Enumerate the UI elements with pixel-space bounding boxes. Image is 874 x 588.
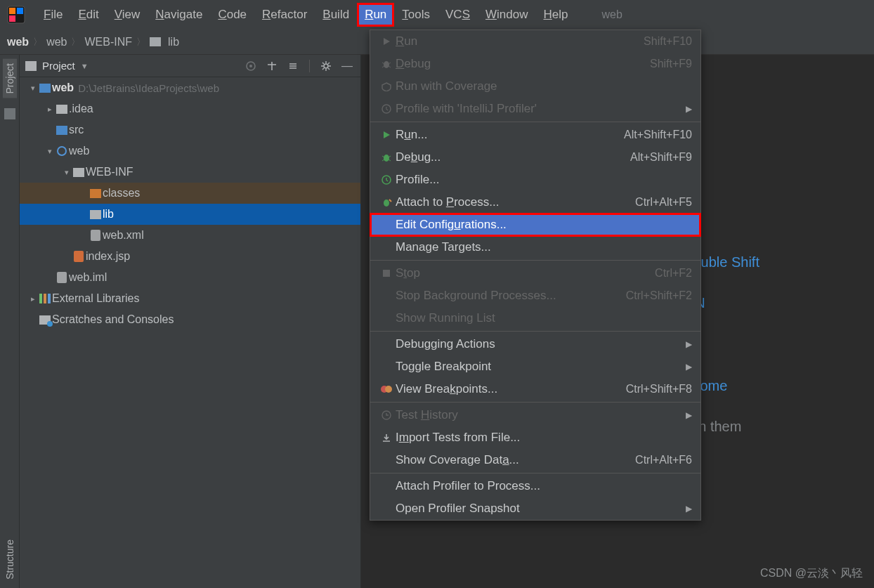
tree-twisty-icon[interactable]: ▾ — [45, 147, 55, 156]
menu-vcs[interactable]: VCS — [438, 4, 477, 26]
tree-node-icon — [55, 105, 69, 114]
app-logo-icon — [7, 6, 25, 24]
menu-item-show-running-list: Show Running List — [370, 307, 700, 329]
menu-bar: FileEditViewNavigateCodeRefactorBuildRun… — [0, 0, 874, 30]
menu-item-icon — [377, 433, 396, 443]
menu-code[interactable]: Code — [211, 4, 254, 26]
menu-run[interactable]: Run — [358, 4, 393, 26]
tree-node-icon — [89, 189, 103, 198]
tree-node[interactable]: lib — [20, 204, 360, 225]
menu-item-shortcut: Ctrl+Shift+F2 — [626, 289, 692, 302]
menu-file[interactable]: File — [37, 4, 70, 26]
tree-node-label: web — [69, 145, 89, 157]
menu-item-attach-profiler-to-process[interactable]: Attach Profiler to Process... — [370, 475, 700, 497]
menu-item-label: Run — [396, 34, 644, 48]
crumb-root[interactable]: web — [7, 36, 29, 48]
dropdown-icon[interactable]: ▼ — [81, 62, 89, 70]
menu-item-icon — [377, 269, 396, 277]
menu-refactor[interactable]: Refactor — [255, 4, 314, 26]
tree-node[interactable]: ▾WEB-INF — [20, 162, 360, 183]
submenu-arrow-icon: ▶ — [686, 504, 692, 514]
menu-item-label: Manage Targets... — [396, 240, 692, 254]
menu-help[interactable]: Help — [536, 4, 575, 26]
menu-item-label: Debugging Actions — [396, 337, 686, 351]
menu-item-label: Toggle Breakpoint — [396, 360, 686, 374]
menu-item-label: Profile with 'IntelliJ Profiler' — [396, 102, 686, 116]
tree-twisty-icon[interactable]: ▾ — [62, 168, 72, 177]
menu-item-profile[interactable]: Profile... — [370, 169, 700, 191]
divider — [309, 60, 310, 72]
menu-view[interactable]: View — [107, 4, 148, 26]
tree-twisty-icon[interactable]: ▾ — [28, 84, 38, 93]
tree-node[interactable]: web.iml — [20, 267, 360, 288]
menu-item-icon — [377, 81, 396, 91]
rail-icon[interactable] — [4, 108, 15, 119]
menu-item-run[interactable]: Run...Alt+Shift+F10 — [370, 124, 700, 146]
menu-window[interactable]: Window — [478, 4, 535, 26]
menu-navigate[interactable]: Navigate — [148, 4, 209, 26]
menu-item-import-tests-from-file[interactable]: Import Tests from File... — [370, 426, 700, 449]
menu-item-view-breakpoints[interactable]: View Breakpoints...Ctrl+Shift+F8 — [370, 378, 700, 400]
svg-point-6 — [324, 64, 328, 68]
tree-node[interactable]: index.jsp — [20, 246, 360, 267]
tree-node-path: D:\JetBrains\IdeaProjects\web — [78, 82, 219, 94]
tree-node[interactable]: classes — [20, 183, 360, 204]
menu-item-label: Debug — [396, 57, 650, 71]
tree-node[interactable]: ▾webD:\JetBrains\IdeaProjects\web — [20, 77, 360, 98]
menu-separator — [370, 402, 700, 403]
menu-item-manage-targets[interactable]: Manage Targets... — [370, 236, 700, 259]
crumb-item[interactable]: WEB-INF — [84, 36, 132, 48]
submenu-arrow-icon: ▶ — [686, 410, 692, 420]
menu-separator — [370, 473, 700, 473]
menu-item-label: Profile... — [396, 173, 692, 187]
menu-item-label: Import Tests from File... — [396, 431, 692, 445]
tree-node[interactable]: web.xml — [20, 225, 360, 246]
expand-all-button[interactable] — [264, 58, 280, 74]
menu-item-icon — [377, 384, 396, 394]
menu-item-toggle-breakpoint[interactable]: Toggle Breakpoint▶ — [370, 355, 700, 378]
tree-node[interactable]: ▸.idea — [20, 98, 360, 119]
menu-item-open-profiler-snapshot[interactable]: Open Profiler Snapshot▶ — [370, 497, 700, 520]
collapse-all-button[interactable] — [285, 58, 301, 74]
project-title[interactable]: Project — [42, 60, 75, 72]
menu-item-label: Run with Coverage — [396, 79, 692, 93]
menu-build[interactable]: Build — [315, 4, 356, 26]
submenu-arrow-icon: ▶ — [686, 104, 692, 114]
tree-twisty-icon[interactable]: ▸ — [28, 294, 38, 303]
menu-item-debug[interactable]: Debug...Alt+Shift+F9 — [370, 146, 700, 169]
settings-button[interactable] — [318, 58, 334, 74]
submenu-arrow-icon: ▶ — [686, 339, 692, 349]
svg-point-14 — [385, 386, 392, 393]
menu-item-debugging-actions[interactable]: Debugging Actions▶ — [370, 333, 700, 355]
tree-node-label: .idea — [69, 103, 93, 115]
select-open-file-button[interactable] — [243, 58, 259, 74]
svg-rect-1 — [9, 8, 15, 14]
svg-point-5 — [249, 65, 252, 67]
menu-item-icon — [377, 59, 396, 69]
menu-separator — [370, 122, 700, 122]
tree-node[interactable]: ▸External Libraries — [20, 288, 360, 309]
tree-node-icon — [55, 126, 69, 135]
left-tool-rail: Project Structure — [0, 55, 20, 588]
tree-node[interactable]: Scratches and Consoles — [20, 309, 360, 330]
hide-button[interactable]: — — [339, 58, 355, 74]
crumb-item[interactable]: web — [46, 36, 67, 48]
crumb-item[interactable]: lib — [168, 36, 179, 48]
tree-node-icon — [89, 230, 103, 241]
rail-tab-structure[interactable]: Structure — [4, 540, 15, 580]
tree-twisty-icon[interactable]: ▸ — [45, 105, 55, 114]
tree-node-icon — [38, 315, 52, 325]
menu-item-show-coverage-data[interactable]: Show Coverage Data...Ctrl+Alt+F6 — [370, 449, 700, 471]
run-menu-dropdown: RunShift+F10DebugShift+F9Run with Covera… — [370, 30, 701, 521]
rail-tab-project[interactable]: Project — [3, 59, 17, 98]
menu-item-edit-configurations[interactable]: Edit Configurations... — [370, 214, 700, 236]
menu-tools[interactable]: Tools — [395, 4, 437, 26]
menu-item-label: Attach Profiler to Process... — [396, 479, 692, 493]
menu-edit[interactable]: Edit — [71, 4, 105, 26]
tree-node-label: web — [52, 81, 74, 94]
tree-node-icon — [55, 272, 69, 283]
tree-node[interactable]: ▾web — [20, 141, 360, 162]
menu-item-icon — [377, 37, 396, 46]
tree-node[interactable]: src — [20, 119, 360, 141]
menu-item-attach-to-process[interactable]: Attach to Process...Ctrl+Alt+F5 — [370, 191, 700, 214]
